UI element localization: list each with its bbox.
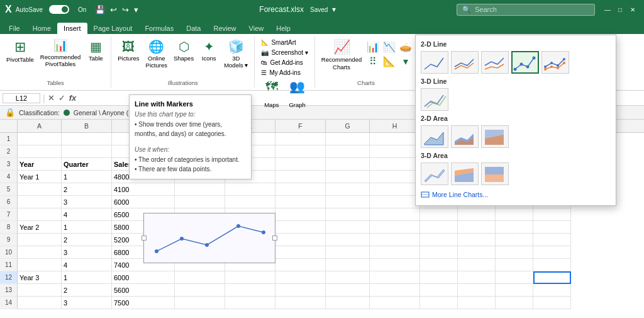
recommended-pivottables-button[interactable]: 📊 RecommendedPivotTables xyxy=(38,38,83,69)
cell-g12[interactable] xyxy=(326,271,370,284)
recommended-charts-button[interactable]: 📈 RecommendedCharts xyxy=(319,38,364,72)
my-addins-button[interactable]: ☰ My Add-ins xyxy=(258,68,303,77)
cell-h9[interactable] xyxy=(370,234,420,246)
get-addins-button[interactable]: 🛍 Get Add-ins xyxy=(258,58,305,67)
row-13-header[interactable]: 13 xyxy=(0,284,18,297)
cell-h1[interactable] xyxy=(370,133,420,145)
cell-b10[interactable]: 3 xyxy=(62,246,112,259)
cell-g1[interactable] xyxy=(326,133,370,145)
cell-a10[interactable] xyxy=(18,246,62,259)
col-header-b[interactable]: B xyxy=(62,120,112,132)
cell-i12[interactable] xyxy=(420,271,458,284)
cell-c14[interactable]: 7500 xyxy=(112,297,175,309)
cell-g3[interactable] xyxy=(326,158,370,171)
cell-a9[interactable] xyxy=(18,234,62,246)
cell-k9[interactable] xyxy=(496,234,533,246)
shapes-button[interactable]: ⬡ Shapes xyxy=(171,38,196,63)
chart-option-line-markers[interactable] xyxy=(511,51,539,74)
cell-g10[interactable] xyxy=(326,246,370,259)
tab-data[interactable]: Data xyxy=(180,23,207,34)
cell-g6[interactable] xyxy=(326,196,370,208)
cell-b13[interactable]: 2 xyxy=(62,284,112,297)
tab-insert[interactable]: Insert xyxy=(57,23,87,34)
scatter-chart-button[interactable]: ⠿ xyxy=(365,55,380,68)
cell-i8[interactable] xyxy=(420,221,458,234)
cell-k7[interactable] xyxy=(496,208,533,221)
cell-d12[interactable] xyxy=(175,271,225,284)
cell-i9[interactable] xyxy=(420,234,458,246)
chart-type-dropdown[interactable]: 2-D Line xyxy=(415,35,616,206)
cell-j11[interactable] xyxy=(458,259,496,271)
cell-h11[interactable] xyxy=(370,259,420,271)
row-2-header[interactable]: 2 xyxy=(0,145,18,158)
col-header-a[interactable]: A xyxy=(18,120,62,132)
more-line-charts-button[interactable]: More Line Charts... xyxy=(421,189,611,200)
chart-option-3d-line[interactable] xyxy=(421,88,448,111)
cell-f9[interactable] xyxy=(275,234,326,246)
cell-b12[interactable]: 1 xyxy=(62,271,112,284)
cell-b4[interactable]: 1 xyxy=(62,171,112,183)
more-charts-button[interactable]: ▾ xyxy=(398,55,413,68)
cell-a8[interactable]: Year 2 xyxy=(18,221,62,234)
cell-b5[interactable]: 2 xyxy=(62,183,112,196)
cell-e5[interactable] xyxy=(225,183,275,196)
cell-h14[interactable] xyxy=(370,297,420,309)
pivot-table-button[interactable]: ⊞ PivotTable xyxy=(4,38,36,65)
cell-a7[interactable] xyxy=(18,208,62,221)
cell-a12[interactable]: Year 3 xyxy=(18,271,62,284)
cell-b1[interactable] xyxy=(62,133,112,145)
col-header-f[interactable]: F xyxy=(275,120,326,132)
maximize-button[interactable]: □ xyxy=(614,3,626,16)
tab-review[interactable]: Review xyxy=(207,23,242,34)
tab-file[interactable]: File xyxy=(3,23,26,34)
cell-g2[interactable] xyxy=(326,145,370,158)
chart-option-3d-100[interactable] xyxy=(481,162,509,185)
cell-k14[interactable] xyxy=(496,297,533,309)
cell-b6[interactable]: 3 xyxy=(62,196,112,208)
cell-l12[interactable] xyxy=(533,271,571,284)
chart-resize-handle-left[interactable] xyxy=(142,236,147,241)
cell-d14[interactable] xyxy=(175,297,225,309)
cell-b9[interactable]: 2 xyxy=(62,234,112,246)
cell-a1[interactable] xyxy=(18,133,62,145)
cell-g5[interactable] xyxy=(326,183,370,196)
cell-h5[interactable] xyxy=(370,183,420,196)
cell-f8[interactable] xyxy=(275,221,326,234)
cell-c13[interactable]: 5600 xyxy=(112,284,175,297)
embedded-chart[interactable] xyxy=(143,213,275,263)
cell-j14[interactable] xyxy=(458,297,496,309)
cell-k12[interactable] xyxy=(496,271,533,284)
row-6-header[interactable]: 6 xyxy=(0,196,18,208)
cell-j10[interactable] xyxy=(458,246,496,259)
save-icon[interactable]: 💾 xyxy=(95,5,105,14)
cell-l7[interactable] xyxy=(533,208,571,221)
insert-function-icon[interactable]: fx xyxy=(69,93,77,103)
cell-l10[interactable] xyxy=(533,246,571,259)
tab-formulas[interactable]: Formulas xyxy=(138,23,180,34)
col-header-h[interactable]: H xyxy=(370,120,420,132)
cell-e12[interactable] xyxy=(225,271,275,284)
3d-models-button[interactable]: 🧊 3DModels ▾ xyxy=(221,38,250,71)
search-input[interactable] xyxy=(475,6,575,13)
cell-a4[interactable]: Year 1 xyxy=(18,171,62,183)
cell-i13[interactable] xyxy=(420,284,458,297)
cell-b7[interactable]: 4 xyxy=(62,208,112,221)
line-chart-button[interactable]: 📉 xyxy=(382,40,397,54)
cell-b3[interactable]: Quarter xyxy=(62,158,112,171)
row-8-header[interactable]: 8 xyxy=(0,221,18,234)
cell-i11[interactable] xyxy=(420,259,458,271)
cell-b14[interactable]: 3 xyxy=(62,297,112,309)
cell-d5[interactable] xyxy=(175,183,225,196)
cell-g8[interactable] xyxy=(326,221,370,234)
tab-view[interactable]: View xyxy=(243,23,270,34)
confirm-formula-icon[interactable]: ✓ xyxy=(58,93,65,103)
tab-page-layout[interactable]: Page Layout xyxy=(87,23,139,34)
close-button[interactable]: ✕ xyxy=(626,3,639,16)
cell-f12[interactable] xyxy=(275,271,326,284)
cell-f11[interactable] xyxy=(275,259,326,271)
cell-a14[interactable] xyxy=(18,297,62,309)
cell-e6[interactable] xyxy=(225,196,275,208)
icons-button[interactable]: ✦ Icons xyxy=(197,38,220,63)
row-1-header[interactable]: 1 xyxy=(0,133,18,145)
cell-l14[interactable] xyxy=(533,297,571,309)
